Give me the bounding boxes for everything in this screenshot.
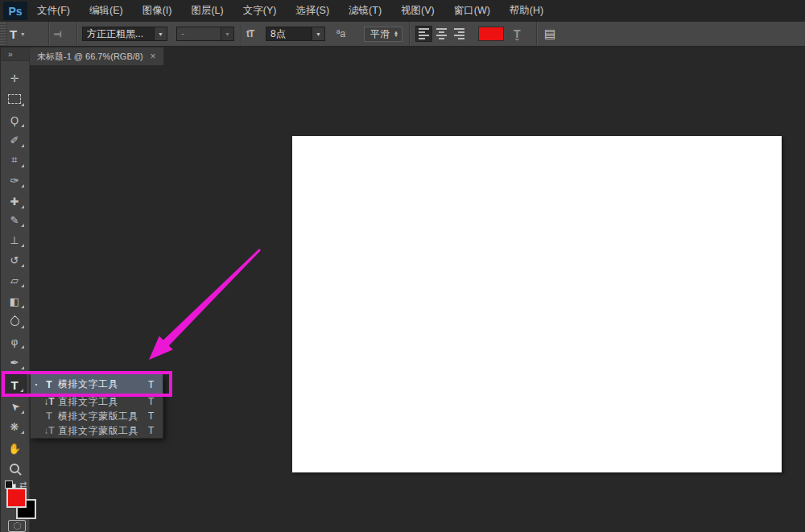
eraser-icon: ▱ [10, 274, 19, 287]
tool-clone-stamp[interactable]: ⊥ [2, 230, 27, 250]
history-brush-icon: ↺ [10, 254, 19, 266]
pen-icon: ✒ [10, 357, 19, 369]
move-icon: ✛ [10, 72, 19, 85]
tool-custom-shape[interactable]: ❋ [2, 417, 27, 436]
font-size-dropdown-icon[interactable]: ▼ [312, 27, 325, 41]
selected-bullet-icon: ▪ [31, 381, 42, 387]
flyout-item-vertical-type-mask[interactable]: ↓T 直排文字蒙版工具 T [31, 423, 163, 438]
flyout-item-label: 横排文字蒙版工具 [56, 410, 148, 423]
flyout-item-shortcut: T [148, 396, 163, 407]
tool-hand[interactable]: ✋ [2, 439, 27, 458]
menu-image[interactable]: 图像(I) [133, 0, 182, 22]
align-left-button[interactable] [415, 26, 432, 42]
tab-bar: 未标题-1 @ 66.7%(RGB/8) × [29, 47, 164, 65]
flyout-item-horizontal-type-mask[interactable]: T 横排文字蒙版工具 T [31, 409, 163, 423]
lasso-icon: Ϙ [10, 114, 19, 126]
tool-direct-selection[interactable]: ➤ [2, 397, 27, 416]
horizontal-type-mask-icon: T [42, 410, 56, 422]
menu-file[interactable]: 文件(F) [27, 0, 80, 22]
alignment-group [415, 22, 468, 46]
menu-help[interactable]: 帮助(H) [500, 0, 553, 22]
toolbar-collapse-button[interactable]: » [1, 47, 29, 61]
menu-edit[interactable]: 编辑(E) [80, 0, 133, 22]
tool-gradient[interactable]: ◧ [2, 291, 27, 311]
align-right-button[interactable] [451, 26, 468, 42]
toggle-panels-button[interactable]: ▤ [544, 22, 555, 46]
tool-preset-picker[interactable]: T ▾ [10, 22, 24, 46]
zoom-icon [10, 464, 19, 473]
menu-view[interactable]: 视图(V) [391, 0, 444, 22]
align-center-icon [436, 28, 447, 39]
type-tool-flyout-menu: ▪ T 横排文字工具 T ↓T 直排文字工具 T T 横排文字蒙版工具 T ↓T… [30, 373, 163, 439]
tool-lasso[interactable]: Ϙ [2, 110, 27, 130]
anti-alias-icon: ªa [336, 22, 345, 46]
align-center-button[interactable] [433, 26, 450, 42]
flyout-item-shortcut: T [148, 410, 163, 422]
stepper-icon[interactable]: ▲▼ [394, 31, 398, 37]
gradient-icon: ◧ [10, 295, 19, 307]
marquee-icon [8, 94, 21, 104]
anti-alias-select[interactable]: 平滑 ▲▼ [364, 22, 402, 46]
quick-mask-button[interactable] [8, 520, 26, 532]
menu-window[interactable]: 窗口(W) [444, 0, 500, 22]
font-style-dropdown-icon: ▼ [221, 27, 234, 41]
text-color-swatch[interactable] [478, 22, 504, 46]
menu-filter[interactable]: 滤镜(T) [339, 0, 391, 22]
text-orientation-toggle[interactable]: T [55, 22, 61, 46]
flyout-item-vertical-type[interactable]: ↓T 直排文字工具 T [31, 394, 163, 409]
menu-select[interactable]: 选择(S) [286, 0, 339, 22]
custom-shape-icon: ❋ [10, 421, 19, 433]
font-style-value: - [176, 27, 221, 41]
options-gripper[interactable] [0, 22, 7, 46]
ps-logo: Ps [3, 2, 27, 20]
flyout-item-shortcut: T [148, 379, 163, 390]
tool-zoom[interactable] [2, 459, 27, 478]
horizontal-type-icon: T [42, 379, 56, 390]
tool-history-brush[interactable]: ↺ [2, 250, 27, 270]
tool-eyedropper[interactable]: ✑ [2, 171, 27, 190]
flyout-item-shortcut: T [148, 425, 163, 436]
dodge-icon: φ [11, 336, 18, 348]
crop-icon: ⌗ [11, 154, 17, 167]
flyout-item-label: 横排文字工具 [56, 377, 148, 391]
quick-selection-icon: ✐ [10, 134, 19, 146]
tool-blur[interactable] [2, 311, 27, 331]
tool-spot-healing-brush[interactable]: ✚ [2, 192, 27, 211]
eyedropper-icon: ✑ [10, 175, 19, 187]
align-left-icon [419, 28, 429, 39]
brush-icon: ✎ [10, 214, 19, 226]
menu-layer[interactable]: 图层(L) [181, 0, 233, 22]
clone-stamp-icon: ⊥ [10, 234, 19, 246]
direct-selection-icon: ➤ [7, 399, 22, 414]
flyout-item-horizontal-type[interactable]: ▪ T 横排文字工具 T [31, 374, 163, 394]
canvas[interactable] [292, 136, 782, 472]
font-size-select[interactable]: 8点 ▼ [266, 22, 325, 46]
document-tab[interactable]: 未标题-1 @ 66.7%(RGB/8) × [29, 47, 164, 65]
tool-dodge[interactable]: φ [2, 332, 27, 351]
foreground-color-swatch[interactable] [6, 488, 27, 508]
menu-bar: Ps 文件(F) 编辑(E) 图像(I) 图层(L) 文字(Y) 选择(S) 滤… [0, 0, 805, 23]
tool-eraser[interactable]: ▱ [2, 270, 27, 290]
tool-type[interactable]: T [2, 374, 27, 395]
font-family-select[interactable]: 方正正粗黑... ▼ [82, 22, 167, 46]
flyout-item-label: 直排文字蒙版工具 [56, 424, 148, 438]
align-right-icon [454, 28, 464, 39]
tool-brush[interactable]: ✎ [2, 210, 27, 229]
annotation-arrow [149, 249, 261, 360]
tool-quick-selection[interactable]: ✐ [2, 130, 27, 150]
tool-pen[interactable]: ✒ [2, 353, 27, 372]
close-icon[interactable]: × [151, 51, 156, 62]
anti-alias-value: 平滑 [370, 27, 390, 41]
tool-crop[interactable]: ⌗ [2, 151, 27, 170]
font-size-value[interactable]: 8点 [266, 27, 312, 41]
font-family-value[interactable]: 方正正粗黑... [82, 27, 155, 41]
warp-text-button[interactable]: T̮ [514, 22, 521, 46]
text-color-fill [478, 27, 504, 41]
tool-move[interactable]: ✛ [2, 68, 27, 88]
options-bar: T ▾ T 方正正粗黑... ▼ - ▼ tT 8点 ▼ ªa 平滑 ▲▼ [0, 22, 805, 47]
font-family-dropdown-icon[interactable]: ▼ [155, 27, 167, 41]
menu-type[interactable]: 文字(Y) [233, 0, 287, 22]
panels-icon: ▤ [544, 27, 555, 41]
photoshop-window: Ps 文件(F) 编辑(E) 图像(I) 图层(L) 文字(Y) 选择(S) 滤… [0, 0, 805, 532]
tool-rectangular-marquee[interactable] [2, 89, 27, 109]
